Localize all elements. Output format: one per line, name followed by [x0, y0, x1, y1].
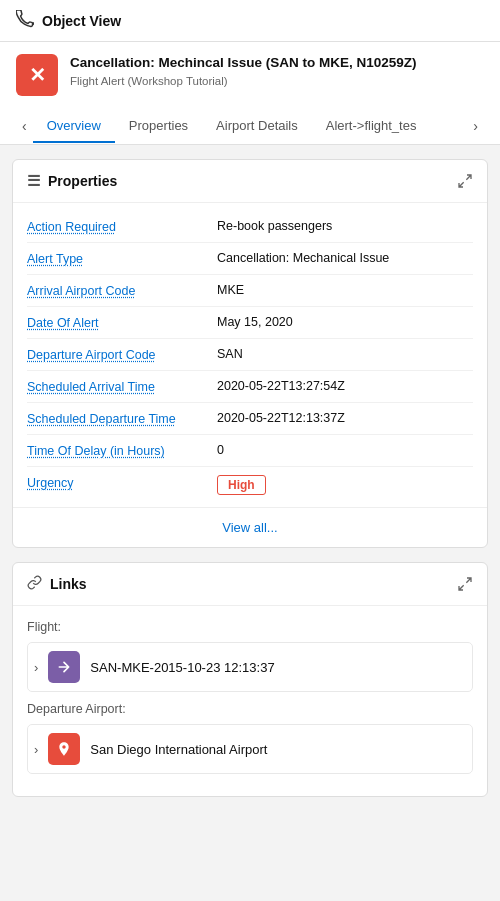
departure-chevron-icon: ›	[34, 742, 38, 757]
property-label: Alert Type	[27, 251, 217, 266]
departure-airport-link-label: San Diego International Airport	[90, 742, 267, 757]
list-icon: ☰	[27, 172, 40, 190]
properties-card-header: ☰ Properties	[13, 160, 487, 203]
property-row: Time Of Delay (in Hours)0	[27, 435, 473, 467]
properties-card: ☰ Properties Action RequiredRe-book pass…	[12, 159, 488, 548]
departure-airport-section-label: Departure Airport:	[27, 702, 473, 716]
plane-icon	[16, 10, 34, 31]
property-value: 2020-05-22T12:13:37Z	[217, 411, 473, 425]
flight-link-arrow-icon	[56, 659, 72, 675]
properties-body: Action RequiredRe-book passengersAlert T…	[13, 203, 487, 507]
property-row: Scheduled Arrival Time2020-05-22T13:27:5…	[27, 371, 473, 403]
flight-chevron-icon: ›	[34, 660, 38, 675]
link-icon	[27, 575, 42, 593]
property-label: Urgency	[27, 475, 217, 490]
header-text: Cancellation: Mechincal Issue (SAN to MK…	[70, 54, 417, 87]
tab-overview[interactable]: Overview	[33, 110, 115, 143]
flight-link-row[interactable]: › SAN-MKE-2015-10-23 12:13:37	[27, 642, 473, 692]
links-card-title: Links	[50, 576, 87, 592]
property-label: Arrival Airport Code	[27, 283, 217, 298]
property-row: Alert TypeCancellation: Mechanical Issue	[27, 243, 473, 275]
urgency-badge: High	[217, 475, 266, 495]
links-expand-icon	[457, 576, 473, 592]
property-row: Departure Airport CodeSAN	[27, 339, 473, 371]
property-value: 2020-05-22T13:27:54Z	[217, 379, 473, 393]
header-icon-box: ✕	[16, 54, 58, 96]
tabs: ‹ Overview Properties Airport Details Al…	[16, 108, 484, 144]
property-value: Cancellation: Mechanical Issue	[217, 251, 473, 265]
departure-airport-link-row[interactable]: › San Diego International Airport	[27, 724, 473, 774]
view-all-button[interactable]: View all...	[222, 520, 277, 535]
properties-card-title-group: ☰ Properties	[27, 172, 117, 190]
tabs-list: Overview Properties Airport Details Aler…	[33, 110, 468, 143]
property-value: Re-book passengers	[217, 219, 473, 233]
main-content: ☰ Properties Action RequiredRe-book pass…	[0, 145, 500, 811]
property-value: SAN	[217, 347, 473, 361]
departure-link-icon-box	[48, 733, 80, 765]
property-value: MKE	[217, 283, 473, 297]
tab-properties[interactable]: Properties	[115, 110, 202, 143]
view-all-row: View all...	[13, 507, 487, 547]
properties-expand-button[interactable]	[457, 173, 473, 189]
property-row: Scheduled Departure Time2020-05-22T12:13…	[27, 403, 473, 435]
header-title: Cancellation: Mechincal Issue (SAN to MK…	[70, 54, 417, 73]
property-row: Arrival Airport CodeMKE	[27, 275, 473, 307]
top-bar: Object View	[0, 0, 500, 42]
property-row: Action RequiredRe-book passengers	[27, 211, 473, 243]
flight-link-label: SAN-MKE-2015-10-23 12:13:37	[90, 660, 274, 675]
flight-link-icon-box	[48, 651, 80, 683]
property-row: UrgencyHigh	[27, 467, 473, 503]
property-label: Action Required	[27, 219, 217, 234]
properties-card-title: Properties	[48, 173, 117, 189]
object-view-title: Object View	[42, 13, 121, 29]
links-card-header: Links	[13, 563, 487, 606]
property-value: High	[217, 475, 473, 495]
header-subtitle: Flight Alert (Workshop Tutorial)	[70, 75, 417, 87]
property-label: Date Of Alert	[27, 315, 217, 330]
header: ✕ Cancellation: Mechincal Issue (SAN to …	[0, 42, 500, 145]
property-value: May 15, 2020	[217, 315, 473, 329]
property-row: Date Of AlertMay 15, 2020	[27, 307, 473, 339]
links-body: Flight: › SAN-MKE-2015-10-23 12:13:37 De…	[13, 606, 487, 796]
tab-airport-details[interactable]: Airport Details	[202, 110, 312, 143]
property-label: Time Of Delay (in Hours)	[27, 443, 217, 458]
chain-icon	[27, 575, 42, 590]
links-card: Links Flight: › SAN-MKE-2015-10-23 12:13…	[12, 562, 488, 797]
flight-section-label: Flight:	[27, 620, 473, 634]
tab-alert-flight[interactable]: Alert->flight_tes	[312, 110, 431, 143]
property-label: Scheduled Arrival Time	[27, 379, 217, 394]
property-label: Scheduled Departure Time	[27, 411, 217, 426]
pin-icon	[56, 741, 72, 757]
tab-prev-button[interactable]: ‹	[16, 108, 33, 144]
links-card-title-group: Links	[27, 575, 87, 593]
property-value: 0	[217, 443, 473, 457]
expand-icon	[457, 173, 473, 189]
links-expand-button[interactable]	[457, 576, 473, 592]
tab-next-button[interactable]: ›	[467, 108, 484, 144]
property-label: Departure Airport Code	[27, 347, 217, 362]
